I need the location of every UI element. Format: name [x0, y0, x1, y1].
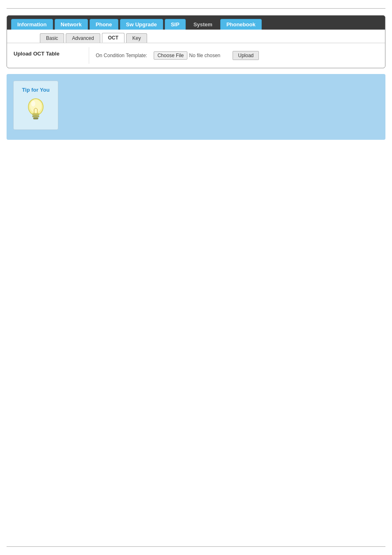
tip-label: Tip for You — [22, 87, 49, 93]
content-area: Upload OCT Table On Condition Template: … — [7, 43, 385, 68]
subtab-basic[interactable]: Basic — [40, 33, 64, 43]
sub-tabs: Basic Advanced OCT Key — [7, 30, 385, 43]
bottom-rule — [7, 546, 385, 547]
tab-swupgrade[interactable]: Sw Upgrade — [120, 19, 163, 30]
subtab-advanced[interactable]: Advanced — [66, 33, 100, 43]
main-panel: Information Network Phone Sw Upgrade SIP… — [7, 15, 385, 68]
tab-network[interactable]: Network — [55, 19, 88, 30]
page-wrapper: Information Network Phone Sw Upgrade SIP… — [0, 0, 392, 555]
svg-point-2 — [31, 101, 35, 106]
tip-box: Tip for You — [13, 81, 58, 130]
choose-file-button[interactable]: Choose File — [154, 51, 187, 60]
content-body: On Condition Template: Choose File No fi… — [89, 47, 385, 64]
subtab-oct[interactable]: OCT — [102, 33, 125, 43]
tab-phonebook[interactable]: Phonebook — [220, 19, 262, 30]
sub-panel: Basic Advanced OCT Key Upload OCT Table … — [7, 30, 385, 68]
lightbulb-icon — [23, 95, 48, 124]
top-rule — [7, 8, 385, 9]
nav-tabs: Information Network Phone Sw Upgrade SIP… — [7, 16, 385, 30]
file-input-wrapper: Choose File No file chosen — [154, 51, 220, 60]
subtab-key[interactable]: Key — [126, 33, 147, 43]
section-label: Upload OCT Table — [7, 47, 89, 64]
upload-button[interactable]: Upload — [233, 51, 259, 60]
tab-phone[interactable]: Phone — [90, 19, 118, 30]
no-file-text: No file chosen — [189, 53, 220, 58]
svg-point-1 — [30, 99, 42, 113]
svg-rect-3 — [32, 113, 39, 115]
svg-rect-5 — [33, 118, 38, 119]
tab-information[interactable]: Information — [11, 19, 53, 30]
field-label: On Condition Template: — [96, 53, 147, 58]
tab-system[interactable]: System — [187, 19, 219, 30]
tab-sip[interactable]: SIP — [165, 19, 186, 30]
svg-rect-4 — [32, 116, 39, 117]
tip-panel: Tip for You — [7, 74, 385, 140]
